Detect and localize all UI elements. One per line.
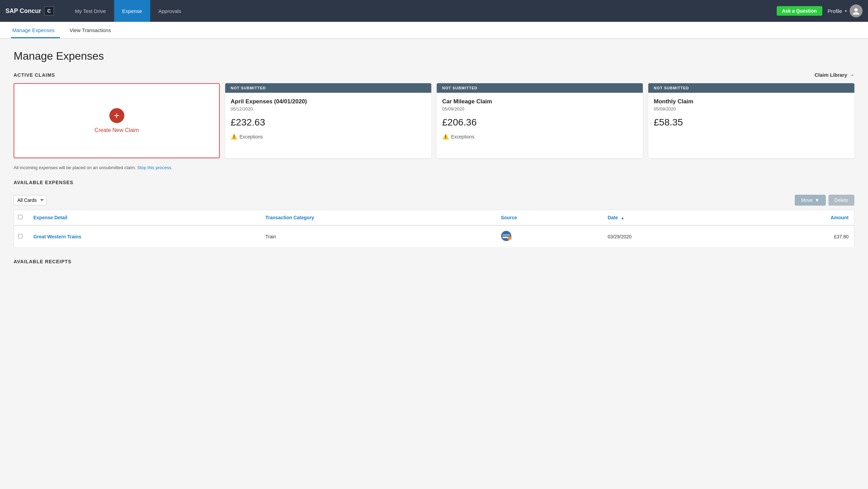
table-header-row: Expense Detail Transaction Category Sour…: [14, 210, 854, 226]
claim-body-0: April Expenses (04/01/2020) 05/12/2020 £…: [225, 93, 431, 145]
claim-name-1: Car Mileage Claim: [442, 98, 637, 105]
available-expenses-header: AVAILABLE EXPENSES: [14, 180, 854, 185]
svg-point-0: [854, 8, 858, 12]
claim-card-0[interactable]: NOT SUBMITTED April Expenses (04/01/2020…: [225, 83, 431, 158]
svg-point-6: [508, 236, 512, 240]
select-all-checkbox[interactable]: [18, 215, 22, 219]
claim-name-0: April Expenses (04/01/2020): [231, 98, 426, 105]
create-new-label: Create New Claim: [95, 127, 139, 133]
claim-body-2: Monthly Claim 05/09/2020 £58.35: [648, 93, 854, 139]
nav-links: My Test Drive Expense Approvals: [67, 0, 777, 22]
row-checkbox-cell: [14, 225, 28, 248]
row-checkbox[interactable]: [18, 234, 22, 238]
available-expenses-section: AVAILABLE EXPENSES All Cards Move ▼ Dele…: [14, 180, 854, 248]
nav-my-test-drive[interactable]: My Test Drive: [67, 0, 114, 22]
row-category: Train: [260, 225, 495, 248]
col-source[interactable]: Source: [495, 210, 602, 226]
logo-box: C: [44, 6, 54, 16]
col-expense-detail[interactable]: Expense Detail: [28, 210, 260, 226]
arrow-right-icon: →: [849, 72, 854, 78]
avatar: [850, 4, 863, 17]
move-chevron-icon: ▼: [815, 197, 820, 203]
available-expenses-title: AVAILABLE EXPENSES: [14, 180, 73, 185]
claim-amount-0: £232.63: [231, 117, 426, 128]
active-claims-title: ACTIVE CLAIMS: [14, 72, 55, 78]
claim-body-1: Car Mileage Claim 05/09/2020 £206.36 ⚠️ …: [437, 93, 643, 145]
claim-library-label: Claim Library: [815, 72, 847, 78]
claim-status-0: NOT SUBMITTED: [225, 83, 431, 93]
move-button[interactable]: Move ▼: [795, 195, 825, 206]
nav-right: Ask a Question Profile ▼: [777, 4, 863, 17]
ask-question-button[interactable]: Ask a Question: [777, 6, 822, 16]
exception-badge-1: ⚠️ Exceptions: [442, 133, 637, 140]
info-line: All incoming expenses will be placed on …: [14, 165, 854, 170]
subnav-view-transactions[interactable]: View Transactions: [68, 27, 116, 38]
claim-amount-2: £58.35: [654, 117, 849, 128]
claim-library-link[interactable]: Claim Library →: [815, 72, 854, 78]
exception-label-0: Exceptions: [239, 134, 263, 139]
delete-button[interactable]: Delete: [828, 195, 854, 206]
nav-approvals[interactable]: Approvals: [150, 0, 189, 22]
expenses-table: Expense Detail Transaction Category Sour…: [14, 210, 854, 248]
profile-menu[interactable]: Profile ▼: [828, 4, 863, 17]
sub-navigation: Manage Expenses View Transactions: [0, 22, 868, 39]
corporate-card-icon: [501, 231, 512, 241]
available-receipts-section: AVAILABLE RECEIPTS: [14, 258, 854, 265]
col-date[interactable]: Date ▲: [602, 210, 740, 226]
profile-label: Profile: [828, 8, 842, 14]
select-all-col: [14, 210, 28, 226]
toolbar-actions: Move ▼ Delete: [795, 195, 854, 206]
table-header: Expense Detail Transaction Category Sour…: [14, 210, 854, 226]
sort-asc-icon: ▲: [621, 216, 624, 220]
stop-process-link[interactable]: Stop this process.: [137, 165, 172, 170]
col-amount[interactable]: Amount: [740, 210, 854, 226]
claim-date-2: 05/09/2020: [654, 106, 849, 112]
warning-icon-0: ⚠️: [231, 133, 237, 140]
subnav-manage-expenses[interactable]: Manage Expenses: [11, 27, 60, 38]
table-row: Great Western Trains Train: [14, 225, 854, 248]
row-date: 03/29/2020: [602, 225, 740, 248]
claims-grid: + Create New Claim NOT SUBMITTED April E…: [14, 83, 854, 158]
claim-date-1: 05/09/2020: [442, 106, 637, 112]
claim-status-2: NOT SUBMITTED: [648, 83, 854, 93]
nav-expense[interactable]: Expense: [114, 0, 150, 22]
table-body: Great Western Trains Train: [14, 225, 854, 248]
all-cards-select[interactable]: All Cards: [14, 195, 47, 205]
top-navigation: SAP Concur C My Test Drive Expense Appro…: [0, 0, 868, 22]
plus-icon: +: [109, 108, 124, 123]
expense-detail-link[interactable]: Great Western Trains: [33, 234, 81, 239]
claim-amount-1: £206.36: [442, 117, 637, 128]
logo-area: SAP Concur C: [5, 6, 67, 16]
col-transaction-category[interactable]: Transaction Category: [260, 210, 495, 226]
claim-date-0: 05/12/2020: [231, 106, 426, 112]
claim-card-2[interactable]: NOT SUBMITTED Monthly Claim 05/09/2020 £…: [648, 83, 854, 158]
main-content: Manage Expenses ACTIVE CLAIMS Claim Libr…: [0, 39, 868, 489]
move-label: Move: [801, 197, 812, 203]
page-title: Manage Expenses: [14, 50, 854, 62]
active-claims-header: ACTIVE CLAIMS Claim Library →: [14, 72, 854, 78]
row-detail: Great Western Trains: [28, 225, 260, 248]
row-source: [495, 225, 602, 248]
info-text: All incoming expenses will be placed on …: [14, 165, 136, 170]
row-amount: £37.80: [740, 225, 854, 248]
sap-concur-wordmark: SAP Concur: [5, 8, 41, 15]
create-new-claim-card[interactable]: + Create New Claim: [14, 83, 220, 158]
available-receipts-title: AVAILABLE RECEIPTS: [14, 259, 72, 264]
exception-label-1: Exceptions: [451, 134, 474, 139]
svg-point-1: [853, 12, 859, 15]
claim-status-1: NOT SUBMITTED: [437, 83, 643, 93]
source-icon: [501, 231, 512, 241]
expenses-toolbar: All Cards Move ▼ Delete: [14, 191, 854, 210]
claim-card-1[interactable]: NOT SUBMITTED Car Mileage Claim 05/09/20…: [437, 83, 643, 158]
claim-name-2: Monthly Claim: [654, 98, 849, 105]
chevron-down-icon: ▼: [844, 9, 848, 13]
exception-badge-0: ⚠️ Exceptions: [231, 133, 426, 140]
warning-icon-1: ⚠️: [442, 133, 449, 140]
